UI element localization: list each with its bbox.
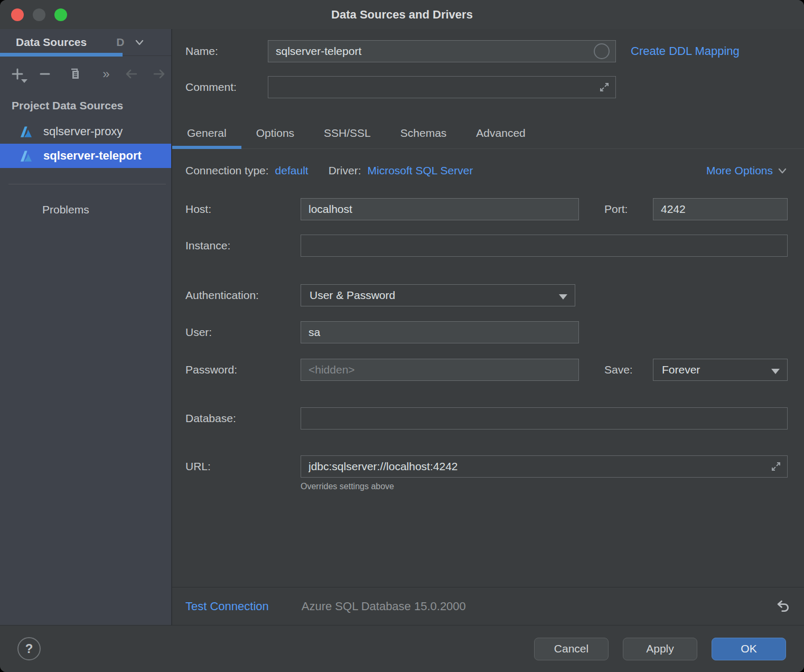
- tree-item-sqlserver-teleport[interactable]: sqlserver-teleport: [0, 144, 171, 168]
- close-window-button[interactable]: [11, 8, 24, 21]
- apply-button[interactable]: Apply: [623, 638, 697, 660]
- general-tab-content: Connection type: default Driver: Microso…: [172, 149, 804, 587]
- port-input[interactable]: [653, 198, 788, 220]
- problems-item[interactable]: Problems: [0, 203, 171, 216]
- tab-general[interactable]: General: [172, 117, 241, 148]
- tab-ssh-ssl[interactable]: SSH/SSL: [309, 117, 386, 148]
- host-label: Host:: [185, 203, 301, 216]
- connection-type-label: Connection type:: [185, 164, 269, 177]
- settings-tab-bar: General Options SSH/SSL Schemas Advanced: [172, 117, 804, 149]
- connection-type-row: Connection type: default Driver: Microso…: [185, 164, 788, 177]
- window-controls: [11, 8, 67, 21]
- user-row: User:: [185, 321, 788, 343]
- question-mark-icon: ?: [25, 641, 33, 656]
- expand-editor-icon[interactable]: [598, 81, 611, 94]
- zoom-window-button[interactable]: [54, 8, 67, 21]
- add-data-source-icon[interactable]: [10, 66, 25, 82]
- url-hint-text: Overrides settings above: [301, 482, 788, 491]
- tree-item-label: sqlserver-proxy: [43, 125, 123, 138]
- project-data-sources-header: Project Data Sources: [12, 99, 171, 112]
- name-row: Name: Create DDL Mapping: [185, 40, 788, 62]
- comment-input[interactable]: [268, 76, 616, 98]
- data-source-tree: sqlserver-proxy sqlserver-teleport: [0, 119, 171, 168]
- chevron-down-icon: [777, 165, 788, 176]
- expand-editor-icon[interactable]: [770, 460, 782, 473]
- instance-input[interactable]: [301, 235, 788, 257]
- header-section: Name: Create DDL Mapping Comment:: [172, 29, 804, 98]
- password-input[interactable]: [301, 359, 579, 381]
- url-input[interactable]: [301, 455, 788, 478]
- tab-advanced[interactable]: Advanced: [461, 117, 540, 148]
- database-row: Database:: [185, 407, 788, 430]
- password-row: Password: Save: Forever: [185, 359, 788, 381]
- tab-schemas[interactable]: Schemas: [386, 117, 462, 148]
- password-label: Password:: [185, 363, 301, 376]
- tree-item-label: sqlserver-teleport: [43, 149, 142, 163]
- test-connection-bar: Test Connection Azure SQL Database 15.0.…: [172, 587, 804, 625]
- authentication-value: User & Password: [310, 289, 395, 302]
- tab-overflow-chevron-down-icon[interactable]: [134, 36, 145, 48]
- action-buttons: Cancel Apply OK: [534, 638, 786, 660]
- main-panel: Name: Create DDL Mapping Comment:: [172, 29, 804, 625]
- driver-label: Driver:: [329, 164, 361, 177]
- comment-label: Comment:: [185, 81, 268, 94]
- duplicate-data-source-icon[interactable]: [67, 66, 82, 82]
- azure-sql-icon: [19, 125, 33, 139]
- more-actions-chevrons-icon[interactable]: »: [98, 66, 114, 82]
- connection-status-text: Azure SQL Database 15.0.2000: [302, 600, 466, 613]
- port-label: Port:: [604, 203, 653, 216]
- create-ddl-mapping-link[interactable]: Create DDL Mapping: [631, 44, 740, 58]
- instance-row: Instance:: [185, 235, 788, 257]
- sidebar-tab-strip: Data Sources D: [0, 29, 171, 56]
- sidebar-toolbar: »: [10, 63, 171, 85]
- url-label: URL:: [185, 460, 301, 473]
- help-button[interactable]: ?: [17, 637, 41, 660]
- instance-label: Instance:: [185, 239, 301, 252]
- authentication-label: Authentication:: [185, 289, 301, 302]
- tab-data-sources[interactable]: Data Sources: [16, 36, 87, 49]
- add-dropdown-caret-icon: [21, 79, 27, 83]
- remove-data-source-icon[interactable]: [37, 66, 53, 82]
- tab-drivers-truncated[interactable]: D: [116, 36, 124, 49]
- user-label: User:: [185, 326, 301, 339]
- title-bar: Data Sources and Drivers: [0, 0, 804, 29]
- revert-icon[interactable]: [775, 599, 791, 614]
- host-input[interactable]: [301, 198, 579, 220]
- more-options-label: More Options: [706, 164, 773, 177]
- database-input[interactable]: [301, 407, 788, 430]
- user-input[interactable]: [301, 321, 579, 343]
- azure-sql-icon: [19, 149, 33, 163]
- dialog-footer: ? Cancel Apply OK: [0, 625, 804, 672]
- refresh-circle-icon: [594, 43, 610, 59]
- tree-item-sqlserver-proxy[interactable]: sqlserver-proxy: [0, 119, 171, 144]
- save-label: Save:: [604, 363, 653, 376]
- database-label: Database:: [185, 412, 301, 425]
- more-options-button[interactable]: More Options: [706, 164, 788, 177]
- back-arrow-icon[interactable]: [124, 66, 139, 82]
- forward-arrow-icon[interactable]: [151, 66, 167, 82]
- tab-options[interactable]: Options: [241, 117, 309, 148]
- sidebar-divider: [8, 184, 166, 184]
- host-row: Host: Port:: [185, 198, 788, 220]
- dropdown-arrow-icon: [771, 369, 780, 374]
- test-connection-link[interactable]: Test Connection: [185, 600, 269, 613]
- connection-type-link[interactable]: default: [275, 164, 308, 177]
- driver-link[interactable]: Microsoft SQL Server: [368, 164, 473, 177]
- active-tab-underline: [0, 53, 123, 57]
- name-input[interactable]: [268, 40, 616, 62]
- ok-button[interactable]: OK: [712, 638, 786, 660]
- comment-row: Comment:: [185, 76, 788, 98]
- save-value: Forever: [662, 363, 700, 376]
- sidebar: Data Sources D: [0, 29, 172, 625]
- data-sources-dialog: Data Sources and Drivers Data Sources D: [0, 0, 804, 672]
- dropdown-arrow-icon: [559, 294, 567, 300]
- window-title: Data Sources and Drivers: [331, 8, 473, 22]
- authentication-row: Authentication: User & Password: [185, 284, 788, 306]
- authentication-dropdown[interactable]: User & Password: [301, 284, 575, 306]
- name-label: Name:: [185, 45, 268, 58]
- cancel-button[interactable]: Cancel: [534, 638, 609, 660]
- save-dropdown[interactable]: Forever: [653, 359, 788, 381]
- minimize-window-button[interactable]: [33, 8, 45, 21]
- url-row: URL:: [185, 455, 788, 478]
